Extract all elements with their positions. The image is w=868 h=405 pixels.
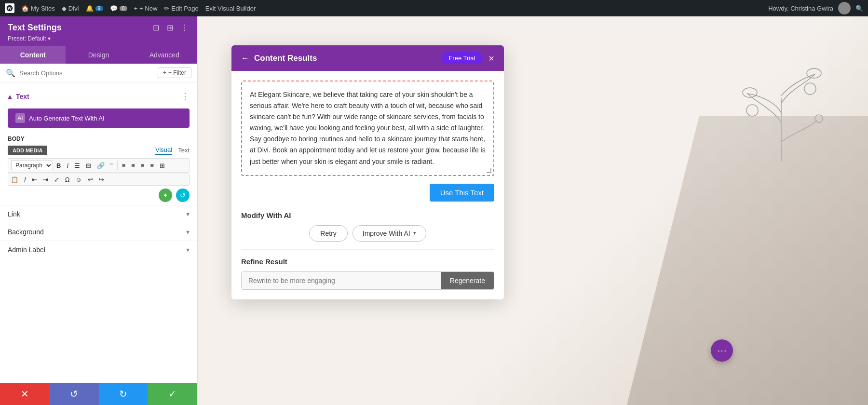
ai-green-button[interactable]: ✦ (159, 189, 172, 202)
undo-button[interactable]: ↺ (49, 383, 98, 405)
sidebar-header: Text Settings ⊡ ⊞ ⋮ Preset: Default ▾ (0, 16, 197, 46)
emoji-button[interactable]: ☺ (73, 175, 84, 184)
text-section-header[interactable]: ▴ Text ⋮ (0, 88, 197, 105)
exit-builder-link[interactable]: Exit Visual Builder (205, 5, 256, 12)
italic-button[interactable]: I (64, 161, 71, 170)
divi-link[interactable]: ◆ Divi (62, 5, 79, 12)
refine-section: Refine Result Regenerate (241, 257, 494, 290)
resize-handle[interactable] (487, 168, 491, 173)
comments-badge: 0 (120, 6, 127, 11)
background-chevron-icon: ▾ (186, 228, 190, 236)
floating-action-button[interactable]: ⋯ (711, 339, 733, 362)
plus-icon: + (134, 5, 138, 12)
pencil-icon: ✏ (164, 5, 169, 12)
fab-icon: ⋯ (717, 345, 727, 356)
paste-button[interactable]: 📋 (8, 175, 21, 184)
format-bar-row1: Paragraph B I ☰ ⊟ 🔗 " ≡ ≡ ≡ ≡ ⊞ (8, 158, 190, 173)
indent-in-button[interactable]: ⇥ (41, 175, 51, 184)
body-label: Body (0, 134, 197, 145)
modal-title: Content Results (254, 54, 317, 63)
omega-button[interactable]: Ω (63, 175, 72, 184)
improve-button[interactable]: Improve With AI ▾ (353, 225, 426, 242)
sidebar-content: ▴ Text ⋮ AI Auto Generate Text With AI B… (0, 82, 197, 383)
modify-section: Modify With AI Retry Improve With AI ▾ (241, 211, 494, 242)
svg-point-4 (746, 105, 758, 116)
search-bar: 🔍 + + Filter (0, 64, 197, 82)
admin-label-section-title: Admin Label (8, 246, 45, 254)
wordpress-toolbar: W 🏠 My Sites ◆ Divi 🔔 9 💬 0 + + New ✏ Ed… (0, 0, 868, 16)
ul-button[interactable]: ☰ (72, 161, 82, 170)
filter-button[interactable]: + + Filter (158, 68, 191, 78)
search-icon[interactable]: 🔍 (855, 5, 863, 12)
redo-editor-button[interactable]: ↪ (96, 175, 107, 184)
blockquote-button[interactable]: " (108, 161, 115, 170)
tab-advanced[interactable]: Advanced (132, 46, 197, 64)
paragraph-select[interactable]: Paragraph (11, 161, 53, 170)
modal-divider (241, 249, 494, 250)
bold-button[interactable]: B (54, 161, 63, 170)
redo-button[interactable]: ↻ (99, 383, 148, 405)
comment-icon: 💬 (110, 5, 118, 12)
ai-teal-button[interactable]: ↺ (176, 189, 190, 202)
free-trial-button[interactable]: Free Trial (441, 52, 483, 64)
avatar (838, 2, 851, 14)
background-section-title: Background (8, 228, 44, 236)
user-info: Howdy, Christina Gwira (768, 5, 833, 12)
auto-generate-button[interactable]: AI Auto Generate Text With AI (8, 108, 190, 128)
search-input[interactable] (19, 69, 154, 77)
italic2-button[interactable]: I (22, 175, 28, 184)
bell-icon: 🔔 (86, 5, 94, 12)
filter-plus-icon: + (163, 69, 166, 76)
align-center-button[interactable]: ≡ (129, 161, 137, 170)
my-sites-link[interactable]: 🏠 My Sites (21, 5, 55, 12)
modal-close-button[interactable]: × (488, 54, 494, 63)
save-button[interactable]: ✓ (148, 383, 197, 405)
link-chevron-icon: ▾ (186, 210, 190, 218)
cancel-button[interactable]: ✕ (0, 383, 49, 405)
svg-point-3 (807, 68, 821, 78)
fullscreen-button[interactable]: ⤢ (52, 175, 62, 184)
admin-label-section: Admin Label ▾ (0, 241, 197, 258)
link-section-title: Link (8, 210, 20, 218)
more-options-icon[interactable]: ⋮ (180, 22, 190, 33)
regenerate-button[interactable]: Regenerate (441, 272, 494, 289)
sidebar-tabs: Content Design Advanced (0, 46, 197, 64)
visual-tab[interactable]: Visual (155, 145, 172, 155)
format-bar-row2: 📋 I ⇤ ⇥ ⤢ Ω ☺ ↩ ↪ (8, 174, 190, 186)
save-icon: ✓ (168, 388, 176, 400)
modal-header: ← Content Results Free Trial × (231, 45, 504, 71)
new-button[interactable]: + + New (134, 5, 158, 12)
sites-icon: 🏠 (21, 5, 29, 12)
generated-text-box: At Elegant Skincare, we believe that tak… (241, 81, 494, 176)
edit-page-link[interactable]: ✏ Edit Page (164, 5, 198, 12)
wordpress-icon[interactable]: W (5, 3, 14, 13)
ai-row: ✦ ↺ (8, 186, 190, 205)
link-button[interactable]: 🔗 (95, 161, 107, 170)
align-justify-button[interactable]: ≡ (148, 161, 156, 170)
comments-link[interactable]: 💬 0 (110, 5, 127, 12)
layout-icon[interactable]: ⊞ (166, 22, 174, 33)
notifications-badge: 9 (95, 6, 103, 11)
expand-icon[interactable]: ⊡ (152, 22, 160, 33)
text-tab[interactable]: Text (178, 145, 190, 155)
improve-arrow-icon: ▾ (413, 230, 416, 236)
notifications-link[interactable]: 🔔 9 (86, 5, 103, 12)
preset-selector[interactable]: Preset: Default ▾ (8, 35, 190, 42)
table-button[interactable]: ⊞ (157, 161, 167, 170)
section-more-icon[interactable]: ⋮ (181, 91, 190, 102)
add-media-button[interactable]: ADD MEDIA (8, 146, 47, 155)
tab-content[interactable]: Content (0, 46, 66, 64)
undo-editor-button[interactable]: ↩ (85, 175, 95, 184)
chevron-up-icon: ▴ (8, 91, 12, 102)
align-left-button[interactable]: ≡ (120, 161, 128, 170)
retry-button[interactable]: Retry (309, 225, 347, 242)
svg-text:W: W (8, 6, 12, 11)
tab-design[interactable]: Design (66, 46, 131, 64)
indent-out-button[interactable]: ⇤ (29, 175, 40, 184)
generated-text: At Elegant Skincare, we believe that tak… (250, 89, 486, 167)
refine-input[interactable] (242, 272, 441, 289)
content-results-modal: ← Content Results Free Trial × At Elegan… (231, 45, 504, 299)
use-this-text-button[interactable]: Use This Text (430, 184, 494, 202)
ol-button[interactable]: ⊟ (83, 161, 94, 170)
align-right-button[interactable]: ≡ (138, 161, 147, 170)
